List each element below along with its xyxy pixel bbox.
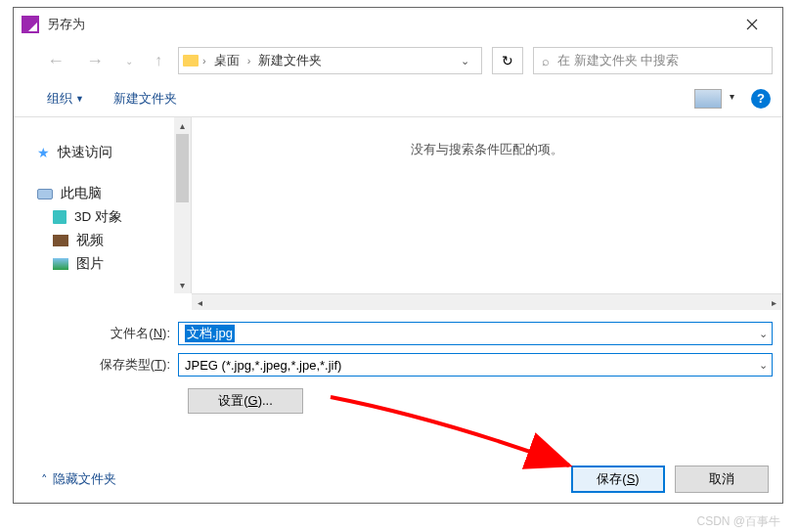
forward-button[interactable]: → [80,45,110,77]
help-button[interactable]: ? [751,89,771,109]
pc-icon [37,189,53,200]
picture-icon [53,258,68,270]
watermark: CSDN @百事牛 [696,513,780,530]
sidebar-pictures[interactable]: 图片 [14,252,191,276]
filetype-select[interactable]: JPEG (*.jpg,*.jpeg,*.jpe,*.jif)⌄ [178,353,773,377]
up-button[interactable]: ↑ [149,46,168,75]
search-input[interactable]: ⌕ 在 新建文件夹 中搜索 [533,47,773,74]
app-icon [22,16,39,33]
empty-message: 没有与搜索条件匹配的项。 [411,142,563,156]
scroll-right-icon[interactable]: ▸ [766,294,782,310]
sidebar-scrollbar-horizontal[interactable]: ◂ ▸ [192,293,782,310]
save-button[interactable]: 保存(S) [571,466,665,493]
search-icon: ⌕ [542,54,550,68]
chevron-down-icon[interactable]: ⌄ [759,328,768,340]
dialog-body: ★快速访问 此电脑 3D 对象 视频 图片 ▴ ▾ 没有与搜索条件匹配的项。 [14,117,782,293]
filename-label: 文件名(N): [23,325,178,342]
chevron-up-icon: ˄ [41,472,48,487]
breadcrumb-item[interactable]: 新建文件夹 [254,50,326,71]
sidebar-quick-access[interactable]: ★快速访问 [14,141,191,164]
breadcrumb-item[interactable]: 桌面 [210,50,244,71]
new-folder-button[interactable]: 新建文件夹 [108,86,183,111]
view-icon [694,89,722,109]
sidebar-3d-objects[interactable]: 3D 对象 [14,205,191,229]
view-button[interactable] [694,89,737,109]
chevron-right-icon: › [202,55,206,66]
star-icon: ★ [37,145,50,160]
scroll-down-icon[interactable]: ▾ [174,277,191,293]
filetype-label: 保存类型(T): [23,356,178,374]
settings-button[interactable]: 设置(G)... [188,388,303,414]
caret-down-icon: ▼ [75,94,84,104]
organize-button[interactable]: 组织▼ [41,86,90,111]
sidebar: ★快速访问 此电脑 3D 对象 视频 图片 ▴ ▾ [14,117,192,293]
refresh-button[interactable]: ↻ [492,47,523,74]
scroll-left-icon[interactable]: ◂ [192,294,208,310]
film-icon [53,235,68,246]
chevron-right-icon: › [247,55,251,66]
chevron-down-icon[interactable]: ⌄ [759,359,768,372]
titlebar: 另存为 [14,8,782,41]
cube-icon [53,210,66,224]
close-icon [746,19,758,30]
hide-folders-button[interactable]: ˄隐藏文件夹 [41,470,116,488]
form: 文件名(N): 文档.jpg⌄ 保存类型(T): JPEG (*.jpg,*.j… [14,310,782,414]
file-list: 没有与搜索条件匹配的项。 [192,117,782,293]
scroll-up-icon[interactable]: ▴ [174,117,191,134]
breadcrumb[interactable]: › 桌面 › 新建文件夹 ⌄ [178,47,482,74]
cancel-button[interactable]: 取消 [675,466,769,493]
chevron-down-icon[interactable]: ⌄ [453,51,477,71]
filename-input[interactable]: 文档.jpg⌄ [178,322,773,345]
sidebar-scrollbar[interactable]: ▴ ▾ [174,117,191,293]
folder-icon [183,55,199,66]
sidebar-videos[interactable]: 视频 [14,229,191,252]
save-as-dialog: 另存为 ← → ⌄ ↑ › 桌面 › 新建文件夹 ⌄ ↻ ⌕ 在 新建文件夹 中… [13,7,783,504]
window-title: 另存为 [47,16,730,33]
recent-dropdown[interactable]: ⌄ [119,50,139,72]
scroll-thumb[interactable] [176,134,189,202]
back-button[interactable]: ← [41,45,70,77]
sidebar-this-pc[interactable]: 此电脑 [14,182,191,205]
toolbar: 组织▼ 新建文件夹 ? [14,80,782,117]
search-placeholder: 在 新建文件夹 中搜索 [557,52,679,69]
navbar: ← → ⌄ ↑ › 桌面 › 新建文件夹 ⌄ ↻ ⌕ 在 新建文件夹 中搜索 [14,41,782,80]
footer: ˄隐藏文件夹 保存(S) 取消 [14,466,782,493]
close-button[interactable] [730,10,775,39]
